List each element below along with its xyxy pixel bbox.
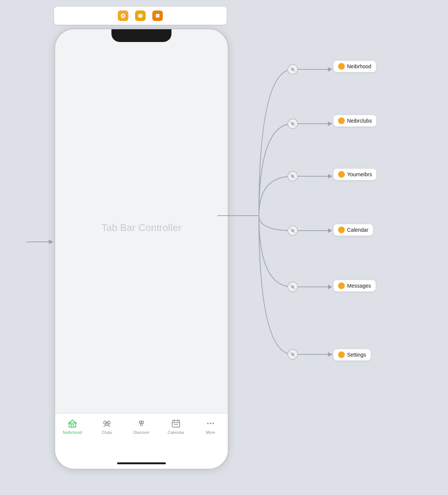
iphone-main: Tab Bar Controller (55, 29, 228, 413)
svg-point-22 (207, 423, 209, 424)
tab-neibrhood-label: Neibrhood (63, 430, 82, 435)
svg-rect-2 (156, 14, 159, 18)
tab-more-label: More (206, 430, 215, 435)
tab-calendar-label: Calendar (168, 430, 185, 435)
toolbar-icon-1[interactable] (118, 10, 128, 21)
svg-point-12 (141, 421, 144, 423)
branching-diagram (218, 28, 448, 403)
node-settings: Settings (333, 349, 371, 361)
svg-marker-1 (138, 14, 143, 18)
calendar-node-label: Calendar (347, 227, 368, 233)
svg-point-48 (291, 229, 294, 232)
svg-point-54 (291, 353, 294, 356)
svg-marker-4 (49, 240, 53, 244)
svg-point-24 (212, 423, 214, 424)
messages-node-label: Messages (347, 283, 371, 289)
svg-point-19 (174, 424, 175, 425)
svg-rect-15 (172, 420, 180, 427)
neibrhood-icon (67, 418, 78, 429)
calendar-dot (338, 226, 345, 233)
svg-line-43 (290, 121, 295, 126)
node-neibrclubs: Neibrclubs (333, 115, 377, 127)
iphone-frame: Tab Bar Controller Neibrhood (54, 28, 229, 470)
entry-arrow (26, 236, 56, 248)
node-neibrhood: Neibrhood (333, 60, 376, 72)
settings-dot (338, 351, 345, 358)
neibrclubs-node-label: Neibrclubs (347, 118, 372, 124)
yourneibrs-node-label: Yourneibrs (347, 171, 372, 177)
svg-rect-6 (71, 424, 74, 427)
tab-discover[interactable]: Discover (124, 418, 159, 435)
tab-bar-controller-label: Tab Bar Controller (101, 222, 181, 234)
svg-point-50 (288, 282, 298, 292)
tab-bar: Neibrhood Clubs (55, 413, 228, 458)
svg-marker-31 (328, 174, 332, 178)
tab-discover-label: Discover (134, 430, 150, 435)
yourneibrs-dot (338, 171, 345, 178)
notch (111, 29, 171, 42)
svg-point-23 (210, 423, 211, 424)
more-icon (205, 418, 216, 429)
settings-node-label: Settings (347, 352, 366, 358)
svg-marker-35 (328, 285, 332, 289)
home-bar (55, 458, 228, 469)
svg-marker-33 (328, 228, 332, 233)
discover-icon (136, 418, 147, 429)
svg-marker-29 (328, 122, 332, 126)
svg-point-51 (291, 285, 294, 288)
tab-calendar[interactable]: Calendar (159, 418, 193, 435)
toolbar (54, 7, 227, 25)
svg-point-44 (288, 171, 298, 181)
node-messages: Messages (333, 280, 376, 292)
toolbar-icon-3[interactable] (152, 10, 163, 21)
tab-clubs-label: Clubs (102, 430, 112, 435)
tab-more[interactable]: More (193, 418, 228, 435)
toolbar-icon-2[interactable] (135, 10, 146, 21)
svg-point-20 (176, 424, 177, 425)
svg-point-39 (291, 68, 294, 71)
neibrhood-node-label: Neibrhood (347, 63, 371, 69)
tab-neibrhood[interactable]: Neibrhood (55, 418, 90, 435)
svg-line-40 (290, 67, 295, 72)
node-calendar: Calendar (333, 224, 373, 236)
calendar-icon (171, 418, 181, 429)
svg-line-55 (290, 352, 295, 357)
clubs-icon (102, 418, 112, 429)
svg-point-7 (70, 424, 71, 425)
svg-point-21 (177, 424, 178, 425)
svg-marker-27 (328, 67, 332, 72)
iphone-content: Tab Bar Controller Neibrhood (55, 29, 228, 469)
svg-point-53 (288, 350, 298, 359)
neibrclubs-dot (338, 117, 345, 124)
svg-point-41 (288, 119, 298, 129)
svg-rect-5 (69, 423, 76, 427)
neibrhood-dot (338, 63, 345, 70)
svg-point-45 (291, 175, 294, 178)
node-yourneibrs: Yourneibrs (333, 168, 377, 180)
svg-marker-37 (328, 352, 332, 357)
svg-point-42 (291, 122, 294, 125)
svg-point-38 (288, 64, 298, 74)
svg-line-46 (290, 174, 295, 179)
svg-point-13 (140, 423, 143, 426)
svg-line-49 (290, 228, 295, 233)
messages-dot (338, 282, 345, 289)
tab-clubs[interactable]: Clubs (90, 418, 124, 435)
svg-line-52 (290, 284, 295, 290)
home-bar-line (117, 462, 166, 464)
svg-point-47 (288, 226, 298, 236)
